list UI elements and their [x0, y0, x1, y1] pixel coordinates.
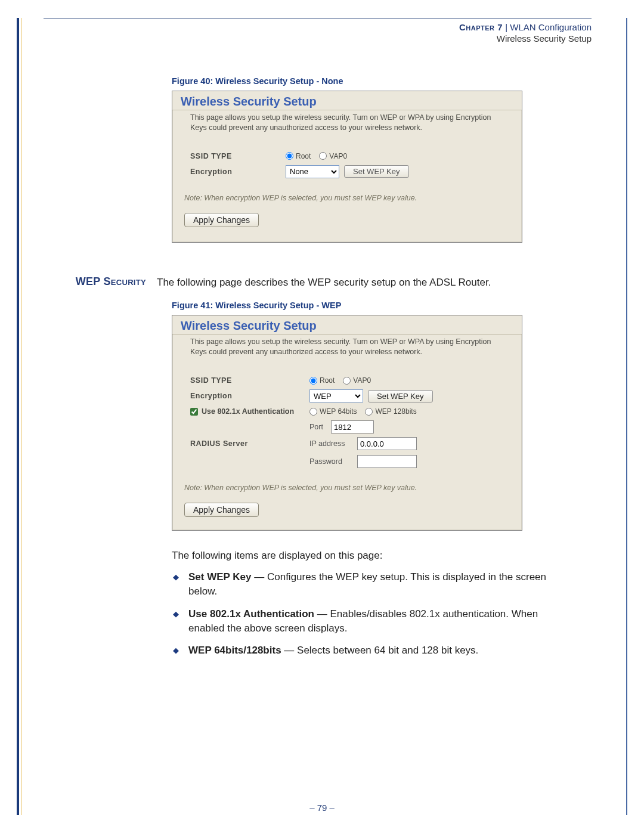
- item-rest: — Selects between 64 bit and 128 bit key…: [281, 645, 479, 656]
- ssid-type-label-2: SSID TYPE: [190, 376, 309, 385]
- item-term: Set WEP Key: [188, 571, 252, 583]
- figure40-note: Note: When encryption WEP is selected, y…: [172, 183, 522, 206]
- wep64-label: WEP 64bits: [320, 407, 357, 416]
- ssid-root-radio-input-2[interactable]: [309, 377, 317, 385]
- ssid-root-radio-2[interactable]: Root: [309, 376, 335, 385]
- wep64-radio[interactable]: WEP 64bits: [309, 407, 357, 416]
- ssid-type-label: SSID TYPE: [190, 152, 286, 160]
- items-intro: The following items are displayed on thi…: [172, 550, 592, 562]
- figure40-title: Wireless Security Setup: [172, 91, 522, 110]
- use-8021x-checkbox-input[interactable]: [190, 408, 198, 416]
- password-input[interactable]: [357, 455, 417, 468]
- page-number: – 79 –: [17, 803, 627, 813]
- encryption-label: Encryption: [190, 168, 286, 176]
- wep128-label: WEP 128bits: [375, 407, 416, 416]
- encryption-label-2: Encryption: [190, 392, 309, 400]
- figure41-form: SSID TYPE Root VAP0 Encryption WEP Set W…: [172, 363, 522, 468]
- ssid-root-radio-input[interactable]: [286, 152, 293, 160]
- set-wep-key-button-2[interactable]: Set WEP Key: [368, 390, 433, 402]
- page-header: Chapter 7 | WLAN Configuration Wireless …: [44, 22, 592, 44]
- encryption-select-2[interactable]: WEP: [309, 389, 363, 402]
- items-list: Set WEP Key — Configures the WEP key set…: [172, 570, 568, 658]
- left-margin-rule: [17, 18, 21, 815]
- figure40-desc: This page allows you setup the wireless …: [172, 110, 522, 139]
- document-page: Chapter 7 | WLAN Configuration Wireless …: [0, 0, 644, 833]
- item-term: WEP 64bits/128bits: [188, 645, 281, 656]
- header-sep: |: [503, 22, 510, 32]
- right-margin-rule: [626, 18, 627, 815]
- list-item: Set WEP Key — Configures the WEP key set…: [172, 570, 568, 599]
- figure41-desc: This page allows you setup the wireless …: [172, 335, 522, 363]
- header-rule: [44, 18, 592, 18]
- port-label: Port: [309, 423, 331, 431]
- radius-server-label: RADIUS Server: [190, 439, 309, 448]
- password-label: Password: [309, 457, 357, 466]
- ssid-vap0-label: VAP0: [329, 152, 347, 160]
- use-8021x-checkbox[interactable]: Use 802.1x Authentication: [190, 407, 309, 416]
- ip-address-label: IP address: [309, 439, 357, 448]
- ssid-root-label: Root: [296, 152, 311, 160]
- figure41-caption: Figure 41: Wireless Security Setup - WEP: [172, 301, 592, 310]
- ssid-root-radio[interactable]: Root: [286, 152, 311, 160]
- ssid-vap0-radio-input-2[interactable]: [343, 377, 351, 385]
- list-item: WEP 64bits/128bits — Selects between 64 …: [172, 643, 568, 658]
- ssid-vap0-radio-2[interactable]: VAP0: [343, 376, 371, 385]
- ssid-root-label-2: Root: [320, 376, 335, 385]
- figure40-panel: Wireless Security Setup This page allows…: [172, 91, 522, 243]
- ssid-vap0-label-2: VAP0: [353, 376, 371, 385]
- wep-security-intro: The following page describes the WEP sec…: [157, 275, 491, 290]
- wep-security-heading: WEP Security: [44, 275, 157, 288]
- figure41-title: Wireless Security Setup: [172, 315, 522, 335]
- list-item: Use 802.1x Authentication — Enables/disa…: [172, 607, 568, 636]
- chapter-title: WLAN Configuration: [510, 22, 592, 32]
- ssid-vap0-radio-input[interactable]: [319, 152, 327, 160]
- chapter-label: Chapter 7: [459, 22, 503, 32]
- ssid-vap0-radio[interactable]: VAP0: [319, 152, 347, 160]
- figure41-note: Note: When encryption WEP is selected, y…: [172, 473, 522, 496]
- wep128-radio[interactable]: WEP 128bits: [365, 407, 416, 416]
- wep-security-section: WEP Security The following page describe…: [44, 275, 592, 290]
- apply-changes-button-2[interactable]: Apply Changes: [184, 503, 259, 517]
- figure41-panel: Wireless Security Setup This page allows…: [172, 315, 522, 531]
- figure40-form: SSID TYPE Root VAP0 Encryption None Set …: [172, 139, 522, 178]
- set-wep-key-button[interactable]: Set WEP Key: [344, 165, 409, 178]
- item-term: Use 802.1x Authentication: [188, 608, 314, 620]
- port-input[interactable]: [331, 420, 374, 433]
- figure40-caption: Figure 40: Wireless Security Setup - Non…: [172, 76, 592, 86]
- apply-changes-button[interactable]: Apply Changes: [184, 213, 259, 227]
- encryption-select[interactable]: None: [286, 165, 339, 178]
- ip-address-input[interactable]: [357, 437, 417, 450]
- header-subtitle: Wireless Security Setup: [44, 33, 592, 44]
- wep128-radio-input[interactable]: [365, 408, 373, 416]
- wep64-radio-input[interactable]: [309, 408, 317, 416]
- use-8021x-label: Use 802.1x Authentication: [202, 407, 294, 416]
